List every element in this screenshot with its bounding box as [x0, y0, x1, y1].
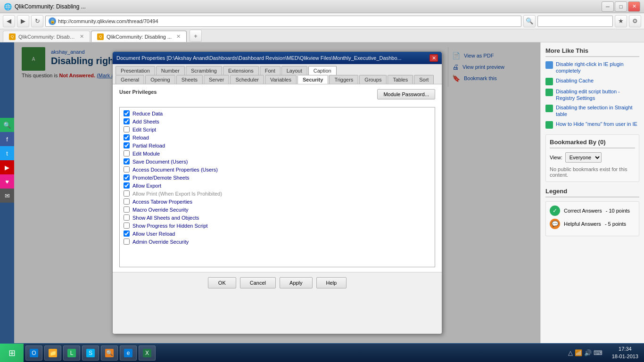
privilege-checkbox-partial_reload[interactable] [124, 142, 130, 148]
tray-icon-3[interactable]: 🔊 [584, 349, 592, 356]
taskbar-item-app3[interactable]: L [63, 346, 80, 361]
social-search-btn[interactable]: 🔍 [0, 118, 14, 132]
start-button[interactable]: ⊞ [0, 344, 24, 362]
tab-font[interactable]: Font [260, 66, 281, 75]
tools-button[interactable]: ⚙ [629, 15, 641, 27]
helpful-answers-label: Helpful Answers [564, 221, 601, 227]
privilege-checkbox-access_doc_props[interactable] [124, 166, 130, 173]
tab-scrambling[interactable]: Scrambling [186, 66, 222, 75]
privilege-checkbox-allow_user_reload[interactable] [124, 230, 130, 237]
apply-button[interactable]: Apply [280, 277, 313, 288]
tab-groups[interactable]: Groups [359, 75, 387, 84]
favorites-button[interactable]: ★ [615, 15, 627, 27]
privilege-label-admin_override[interactable]: Admin Override Security [132, 239, 189, 245]
privilege-label-reload[interactable]: Reload [132, 135, 149, 140]
close-button[interactable]: ✕ [628, 1, 640, 12]
privilege-checkbox-add_sheets[interactable] [124, 118, 130, 124]
privilege-checkbox-reduce_data[interactable] [124, 110, 130, 116]
privilege-checkbox-edit_module[interactable] [124, 150, 130, 156]
browser-tab-2[interactable]: Q QlikCommunity: Disabling ... ✕ [91, 31, 187, 42]
privilege-checkbox-promote_demote[interactable] [124, 174, 130, 181]
browser-tab-1[interactable]: Q QlikCommunity: Disabling ... ✕ [3, 31, 90, 42]
privilege-label-macro_override[interactable]: Macro Override Security [132, 207, 189, 213]
privilege-checkbox-admin_override[interactable] [124, 239, 130, 245]
privilege-label-show_all_sheets[interactable]: Show All Sheets and Objects [132, 215, 199, 221]
maximize-button[interactable]: □ [615, 1, 627, 12]
tab-opening[interactable]: Opening [145, 75, 175, 84]
social-youtube-btn[interactable]: ▶ [0, 160, 14, 174]
ok-button[interactable]: OK [208, 277, 236, 288]
taskbar-item-ie[interactable]: e [120, 346, 137, 361]
back-button[interactable]: ◀ [3, 15, 15, 27]
tab-number[interactable]: Number [156, 66, 185, 75]
privilege-checkbox-edit_script[interactable] [124, 126, 130, 132]
privilege-checkbox-show_all_sheets[interactable] [124, 214, 130, 221]
social-heart-btn[interactable]: ♥ [0, 174, 14, 189]
taskbar-item-excel[interactable]: X [139, 346, 156, 361]
more-like-this-item-1[interactable]: Disabling Cache [545, 77, 639, 85]
social-mail-btn[interactable]: ✉ [0, 189, 14, 203]
tab-server[interactable]: Server [204, 75, 229, 84]
social-twitter-btn[interactable]: t [0, 146, 14, 160]
tab-presentation[interactable]: Presentation [116, 66, 155, 75]
tab-sheets[interactable]: Sheets [176, 75, 203, 84]
social-facebook-btn[interactable]: f [0, 132, 14, 146]
taskbar-clock[interactable]: 17:34 18-01-2013 [606, 346, 644, 360]
nav-search-input[interactable] [537, 16, 613, 27]
tab-variables[interactable]: Variables [265, 75, 297, 84]
privilege-label-reduce_data[interactable]: Reduce Data [132, 111, 163, 116]
tab-close-2[interactable]: ✕ [176, 33, 181, 40]
privilege-label-allow_export[interactable]: Allow Export [132, 183, 161, 189]
tab-layout[interactable]: Layout [281, 66, 307, 75]
privilege-checkbox-show_progress[interactable] [124, 222, 130, 229]
new-tab-button[interactable]: + [190, 30, 202, 42]
tray-icon-4[interactable]: ⌨ [594, 349, 603, 356]
privilege-checkbox-macro_override[interactable] [124, 206, 130, 213]
address-bar[interactable]: 🔒 http://community.qlikview.com/thread/7… [45, 16, 521, 27]
privilege-label-promote_demote[interactable]: Promote/Demote Sheets [132, 175, 189, 181]
dialog-close-button[interactable]: ✕ [429, 54, 438, 62]
privilege-label-save_document[interactable]: Save Document (Users) [132, 159, 188, 165]
privilege-label-edit_script[interactable]: Edit Script [132, 127, 156, 132]
privilege-label-allow_user_reload[interactable]: Allow User Reload [132, 231, 175, 237]
more-like-this-item-0[interactable]: Disable right-click in IE plugin complet… [545, 61, 639, 74]
tab-scheduler[interactable]: Scheduler [230, 75, 264, 84]
module-password-button[interactable]: Module Password... [377, 89, 435, 99]
tab-close-1[interactable]: ✕ [80, 33, 84, 40]
privilege-label-add_sheets[interactable]: Add Sheets [132, 119, 159, 124]
more-like-this-item-4[interactable]: How to Hide "menu" from user in IE [545, 121, 639, 129]
tab-extensions[interactable]: Extensions [223, 66, 259, 75]
privilege-label-access_tabrow[interactable]: Access Tabrow Properties [132, 199, 192, 205]
cancel-button[interactable]: Cancel [240, 277, 276, 288]
view-select[interactable]: EveryoneFriendsMe [565, 152, 602, 163]
taskbar-item-skype[interactable]: S [82, 346, 99, 361]
forward-button[interactable]: ▶ [17, 15, 29, 27]
tab-tables[interactable]: Tables [388, 75, 413, 84]
privilege-label-access_doc_props[interactable]: Access Document Properties (Users) [132, 167, 218, 173]
refresh-button[interactable]: ↻ [31, 15, 43, 27]
help-button[interactable]: Help [316, 277, 347, 288]
privilege-checkbox-reload[interactable] [124, 134, 130, 140]
tab-sort[interactable]: Sort [414, 75, 434, 84]
more-like-this-item-2[interactable]: Disabling edit script button - Registry … [545, 88, 639, 102]
taskbar-item-search[interactable]: 🔍 [101, 346, 118, 361]
search-button[interactable]: 🔍 [523, 15, 536, 27]
more-like-this-item-3[interactable]: Disabling the selection in Straight tabl… [545, 104, 639, 118]
privilege-label-show_progress[interactable]: Show Progress for Hidden Script [132, 223, 208, 229]
privilege-checkbox-allow_export[interactable] [124, 182, 130, 189]
privilege-label-partial_reload[interactable]: Partial Reload [132, 143, 165, 148]
tab-triggers[interactable]: Triggers [329, 75, 358, 84]
privilege-label-allow_print[interactable]: Allow Print (When Export Is Prohibited) [132, 191, 222, 197]
tab-security[interactable]: Security [297, 75, 328, 84]
privilege-checkbox-access_tabrow[interactable] [124, 198, 130, 205]
taskbar-item-explorer[interactable]: 📁 [44, 346, 61, 361]
tab-general[interactable]: General [116, 75, 144, 84]
privilege-label-edit_module[interactable]: Edit Module [132, 151, 160, 156]
minimize-button[interactable]: ─ [602, 1, 614, 12]
tab-caption[interactable]: Caption [308, 66, 337, 75]
privilege-checkbox-allow_print[interactable] [124, 190, 130, 197]
taskbar-item-outlook[interactable]: O [25, 346, 42, 361]
tray-icon-1[interactable]: △ [568, 349, 573, 356]
tray-icon-2[interactable]: 📶 [575, 349, 582, 356]
privilege-checkbox-save_document[interactable] [124, 158, 130, 165]
